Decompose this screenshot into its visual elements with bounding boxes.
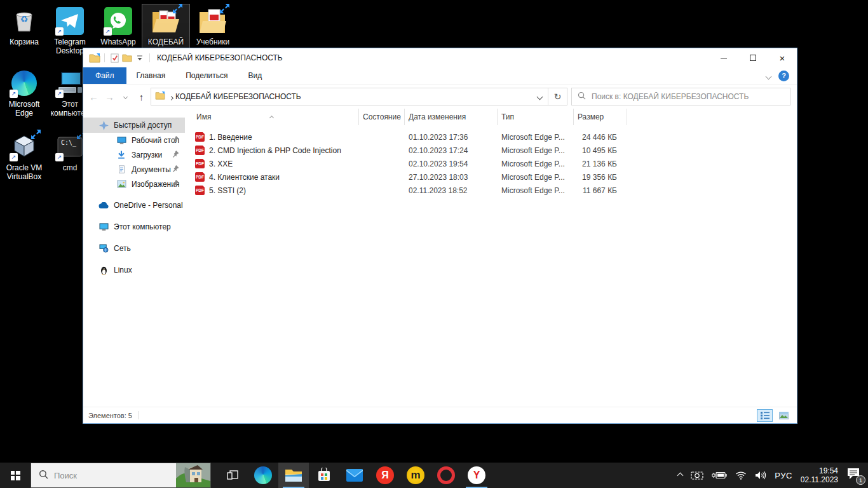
desktop-icon-kodebay[interactable]: КОДЕБАЙ [142, 4, 190, 48]
downloads-icon [116, 150, 126, 160]
column-header-modified[interactable]: Дата изменения [405, 109, 498, 125]
tab-share[interactable]: Поделиться [175, 67, 238, 84]
notification-center-button[interactable]: 1 [846, 468, 863, 483]
table-row[interactable]: PDF5. SSTI (2) 02.11.2023 18:52 Microsof… [193, 184, 797, 197]
sidebar-item-onedrive[interactable]: OneDrive - Personal [83, 198, 185, 213]
maximize-button[interactable] [738, 48, 768, 67]
taskbar-search-input[interactable] [54, 471, 170, 480]
search-box[interactable] [571, 88, 790, 105]
sidebar-item-this-pc[interactable]: Этот компьютер [83, 219, 185, 234]
pin-icon [172, 151, 179, 159]
column-header-status[interactable]: Состояние [359, 109, 405, 125]
forward-button[interactable]: → [102, 88, 118, 105]
folder-pdf-icon [198, 6, 227, 36]
ribbon-tabs: Файл Главная Поделиться Вид ? [83, 67, 797, 85]
taskbar-search[interactable] [31, 463, 211, 488]
column-header-size[interactable]: Размер [574, 109, 627, 125]
pin-icon [172, 165, 179, 174]
table-row[interactable]: PDF4. Клиентские атаки 27.10.2023 18:03 … [193, 170, 797, 184]
clock-date: 02.11.2023 [801, 475, 838, 484]
file-list: Имя Состояние Дата изменения Тип Размер … [185, 109, 797, 407]
sidebar-item-downloads[interactable]: Загрузки [83, 147, 185, 162]
items-count: Элементов: 5 [88, 412, 132, 419]
customize-quick-access-button[interactable] [133, 51, 146, 64]
new-folder-button[interactable] [121, 51, 133, 64]
desktop-icon-recycle-bin[interactable]: ♻ Корзина [0, 4, 48, 48]
battery-icon[interactable] [712, 471, 727, 479]
taskbar: Я m Y РУС 19:54 02.11.2023 1 [0, 463, 868, 488]
taskbar-clock[interactable]: 19:54 02.11.2023 [801, 466, 838, 484]
details-view-button[interactable] [757, 409, 773, 422]
desktop-icon-label: Учебники [196, 37, 230, 46]
sidebar-item-quick-access[interactable]: Быстрый доступ [83, 118, 185, 133]
sidebar-item-documents[interactable]: Документы [83, 162, 185, 177]
compressed-arrows-icon [31, 129, 41, 140]
tab-view[interactable]: Вид [238, 67, 272, 84]
column-header-type[interactable]: Тип [498, 109, 574, 125]
breadcrumb-chevron-icon [170, 91, 173, 102]
help-button[interactable]: ? [778, 71, 789, 81]
desktop-icon-label: Корзина [10, 37, 39, 46]
taskbar-opera-button[interactable] [431, 463, 461, 488]
mail-icon [346, 469, 363, 482]
table-row[interactable]: PDF3. XXE 02.10.2023 19:54 Microsoft Edg… [193, 157, 797, 170]
edge-icon [254, 466, 272, 484]
address-dropdown-icon[interactable] [531, 88, 548, 105]
close-button[interactable]: × [768, 48, 797, 67]
cast-display-icon[interactable] [691, 471, 703, 480]
taskbar-store-button[interactable] [309, 463, 339, 488]
shortcut-arrow-icon: ↗ [55, 90, 64, 98]
taskbar-edge-button[interactable] [248, 463, 278, 488]
shortcut-arrow-icon: ↗ [10, 153, 18, 161]
desktop-icon-label: Oracle VM VirtualBox [1, 163, 48, 181]
amigo-icon: m [407, 466, 424, 484]
refresh-button[interactable]: ↻ [548, 88, 567, 105]
breadcrumb[interactable]: КОДЕБАЙ КИБЕРБЕЗОПАСНОСТЬ [175, 92, 301, 101]
column-headers: Имя Состояние Дата изменения Тип Размер [193, 109, 797, 125]
volume-icon[interactable] [755, 471, 766, 480]
up-button[interactable]: ↑ [133, 88, 149, 105]
properties-button[interactable] [108, 51, 121, 64]
search-highlight-image[interactable] [176, 463, 210, 487]
search-input[interactable] [592, 92, 784, 101]
title-bar: КОДЕБАЙ КИБЕРБЕЗОПАСНОСТЬ × [83, 48, 797, 67]
taskbar-mail-button[interactable] [339, 463, 370, 488]
language-indicator[interactable]: РУС [775, 471, 792, 480]
hidden-icons-chevron[interactable] [678, 473, 682, 478]
file-explorer-icon [285, 468, 302, 483]
system-tray: РУС 19:54 02.11.2023 1 [678, 463, 868, 488]
minimize-button[interactable] [709, 48, 738, 67]
desktop-mini-icon [116, 135, 126, 146]
recent-locations-icon[interactable] [118, 88, 133, 105]
shortcut-arrow-icon: ↗ [10, 90, 18, 98]
thumbnails-view-button[interactable] [776, 409, 792, 422]
desktop-icon-whatsapp[interactable]: ↗ WhatsApp [94, 4, 142, 48]
table-row[interactable]: PDF2. CMD Injection & PHP Code Injection… [193, 144, 797, 157]
wifi-icon[interactable] [735, 471, 747, 480]
svg-text:C:\_: C:\_ [61, 139, 77, 147]
taskbar-yandex-browser-button[interactable]: Y [461, 463, 492, 488]
opera-icon [437, 466, 455, 484]
desktop-icon-virtualbox[interactable]: ↗ Oracle VM VirtualBox [0, 130, 48, 183]
sidebar-item-pictures[interactable]: Изображения [83, 177, 185, 191]
compressed-arrows-icon [172, 3, 183, 14]
expand-ribbon-icon[interactable] [766, 70, 771, 81]
taskbar-yandex-button[interactable]: Я [370, 463, 400, 488]
sidebar-item-desktop[interactable]: Рабочий стол [83, 133, 185, 147]
cmd-icon: C:\_ ↗ [55, 132, 85, 161]
taskbar-amigo-button[interactable]: m [400, 463, 431, 488]
start-button[interactable] [0, 463, 31, 488]
taskbar-explorer-button[interactable] [278, 463, 309, 488]
back-button[interactable]: ← [86, 88, 102, 105]
desktop-icon-uchebniki[interactable]: Учебники [189, 4, 237, 48]
sidebar-item-network[interactable]: Сеть [83, 241, 185, 256]
desktop-icon-edge[interactable]: ↗ Microsoft Edge [0, 66, 48, 119]
address-box[interactable]: КОДЕБАЙ КИБЕРБЕЗОПАСНОСТЬ ↻ [151, 88, 567, 105]
tab-file[interactable]: Файл [83, 67, 126, 84]
desktop-icon-label: Microsoft Edge [1, 100, 48, 118]
sidebar-item-linux[interactable]: Linux [83, 262, 185, 278]
tab-home[interactable]: Главная [126, 67, 176, 84]
column-header-name[interactable]: Имя [193, 109, 359, 125]
task-view-button[interactable] [217, 463, 248, 488]
table-row[interactable]: PDF1. Введение 01.10.2023 17:36 Microsof… [193, 130, 797, 144]
